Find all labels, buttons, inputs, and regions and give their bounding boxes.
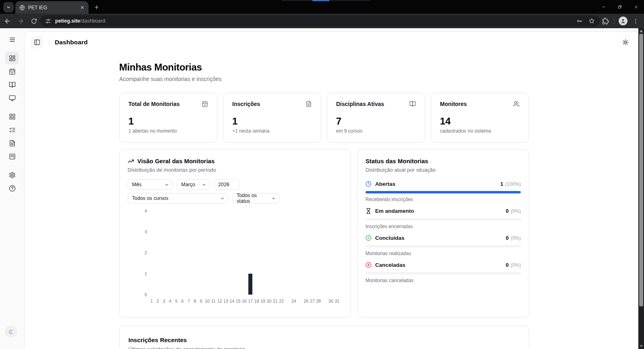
stat-caption: cadastrados no sistema: [440, 128, 520, 134]
stat-card-monitores: Monitores 14 cadastrados no sistema: [431, 93, 529, 143]
x-axis-tick: 30: [328, 299, 333, 303]
status-count: 0: [506, 208, 508, 214]
period-type-select[interactable]: Mês: [128, 179, 173, 190]
status-label: Canceladas: [375, 262, 405, 268]
chart-filters: Mês Março Todos os cursos: [128, 179, 343, 204]
status-percent: (0%): [511, 208, 521, 214]
clock-icon: [365, 181, 372, 187]
stat-cards-row: Total de Monitorias 1 1 abertas no momen…: [119, 93, 529, 143]
layout-dashboard-icon: [9, 55, 16, 62]
scrollbar-up-arrow[interactable]: [640, 30, 643, 32]
y-axis-tick: 3: [140, 229, 147, 234]
section-subtitle: Acompanhe suas monitorias e inscrições: [119, 76, 529, 82]
window-minimize-button[interactable]: [596, 0, 612, 14]
sidebar-item-dashboard[interactable]: [5, 52, 19, 64]
stat-value: 14: [440, 116, 520, 126]
header-divider: [49, 39, 49, 46]
x-axis-tick: 3: [163, 299, 165, 303]
x-axis-tick: 18: [254, 299, 259, 303]
window-close-button[interactable]: [628, 0, 644, 14]
month-select[interactable]: Março: [177, 179, 210, 190]
trending-up-icon: [128, 158, 134, 164]
back-icon[interactable]: [1, 15, 13, 27]
reload-icon[interactable]: [28, 15, 40, 27]
menu-dots-icon[interactable]: [633, 18, 639, 24]
stat-caption: +1 nesta semana: [232, 128, 312, 134]
sidebar-item-quadro[interactable]: [5, 150, 19, 163]
file-text-icon: [305, 101, 312, 107]
stat-caption: em 9 cursos: [336, 128, 416, 134]
status-row-concluidas: Concluídas 0(0%) Monitorias realizadas: [365, 235, 521, 256]
sidebar-item-documentos[interactable]: [5, 137, 19, 150]
x-axis-tick: 19: [260, 299, 265, 303]
menu-icon[interactable]: [5, 33, 19, 46]
extensions-icon[interactable]: [602, 18, 609, 25]
forward-icon[interactable]: [14, 15, 27, 27]
sidebar-item-configuracoes[interactable]: [5, 168, 19, 181]
star-icon[interactable]: [588, 18, 595, 24]
sidebar-toggle-button[interactable]: [31, 36, 43, 48]
browser-tab[interactable]: PET IEG: [15, 1, 89, 14]
url-host: petieg.site: [55, 18, 80, 24]
theme-toggle-button[interactable]: [619, 36, 632, 48]
bar-chart: 0123412345678910111213141516171819202122…: [128, 208, 343, 304]
site-info-icon[interactable]: [45, 18, 51, 24]
year-input[interactable]: [214, 179, 239, 190]
stat-title: Total de Monitorias: [128, 101, 180, 107]
sidebar-item-ajuda[interactable]: [5, 182, 19, 195]
sidebar-item-tarefas[interactable]: [5, 123, 19, 136]
x-axis-tick: 28: [316, 299, 321, 303]
page-scrollbar[interactable]: [638, 28, 644, 349]
x-axis-tick: 20: [267, 299, 272, 303]
scrollbar-down-arrow[interactable]: [640, 345, 643, 347]
tab-strip: PET IEG: [0, 0, 644, 14]
period-type-value: Mês: [132, 182, 142, 187]
y-axis-tick: 2: [140, 250, 147, 255]
sidebar-item-agenda[interactable]: [5, 65, 19, 78]
x-axis-tick: 7: [188, 299, 190, 303]
status-caption: Recebendo inscrições: [365, 197, 521, 202]
courses-select[interactable]: Todos os cursos: [128, 193, 228, 204]
stat-card-disciplinas: Disciplinas Ativas 7 em 9 cursos: [327, 93, 425, 143]
profile-avatar[interactable]: [619, 17, 627, 25]
status-title: Status das Monitorias: [365, 158, 428, 164]
y-axis-tick: 0: [140, 292, 147, 297]
chevron-down-icon: [165, 183, 169, 187]
status-row-abertas: Abertas 1(100%) Recebendo inscrições: [365, 181, 521, 202]
x-axis-tick: 4: [169, 299, 171, 303]
stat-card-total-monitorias: Total de Monitorias 1 1 abertas no momen…: [119, 93, 217, 143]
help-icon: [9, 185, 16, 192]
users-icon: [513, 101, 520, 107]
new-tab-button[interactable]: [93, 3, 101, 11]
section-title: Minhas Monitorias: [119, 62, 529, 73]
address-bar[interactable]: petieg.site/dashboard: [40, 15, 600, 27]
sidebar-item-disciplinas[interactable]: [5, 78, 19, 91]
key-icon[interactable]: [576, 18, 583, 24]
user-avatar[interactable]: C: [5, 326, 17, 338]
status-select[interactable]: Todos os status: [232, 193, 279, 204]
x-axis-tick: 16: [242, 299, 247, 303]
x-axis-tick: 24: [291, 299, 296, 303]
x-axis-tick: 14: [229, 299, 234, 303]
x-axis-tick: 1: [151, 299, 153, 303]
recent-subtitle: Últimas solicitações de agendamento de m…: [128, 346, 520, 349]
progress-track: [365, 218, 521, 220]
scrollbar-thumb[interactable]: [639, 34, 643, 306]
x-axis-tick: 6: [182, 299, 184, 303]
settings-icon: [9, 172, 16, 179]
tab-close-icon[interactable]: [79, 4, 85, 11]
tab-search-button[interactable]: [3, 2, 14, 12]
window-restore-button[interactable]: [612, 0, 628, 14]
stat-caption: 1 abertas no momento: [128, 128, 208, 134]
sidebar-item-apps[interactable]: [5, 110, 19, 123]
chart-bar-day-17[interactable]: [248, 274, 252, 295]
stat-title: Disciplinas Ativas: [336, 101, 384, 107]
chevron-down-icon: [6, 5, 11, 10]
recent-title: Inscrições Recentes: [128, 337, 520, 343]
toolbar-separator: [614, 18, 614, 24]
status-row-canceladas: Canceladas 0(0%) Monitorias canceladas: [365, 262, 521, 283]
x-axis-tick: 31: [334, 299, 339, 303]
chevron-down-icon: [202, 183, 206, 187]
sidebar-item-monitorias[interactable]: [5, 91, 19, 104]
overview-title: Visão Geral das Monitorias: [137, 158, 215, 164]
